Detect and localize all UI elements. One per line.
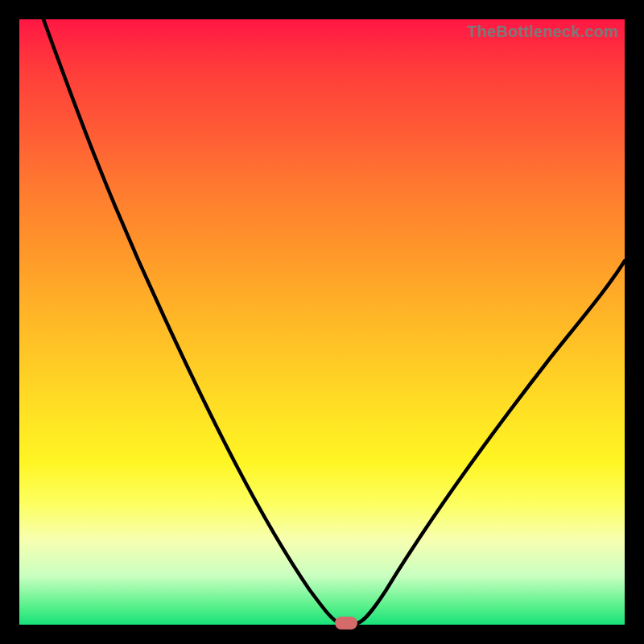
- watermark-text: TheBottleneck.com: [467, 23, 618, 41]
- chart-frame: TheBottleneck.com: [0, 0, 644, 644]
- bottleneck-curve: [19, 19, 625, 625]
- optimal-marker: [335, 617, 357, 630]
- curve-path: [43, 19, 625, 623]
- plot-area: TheBottleneck.com: [19, 19, 625, 625]
